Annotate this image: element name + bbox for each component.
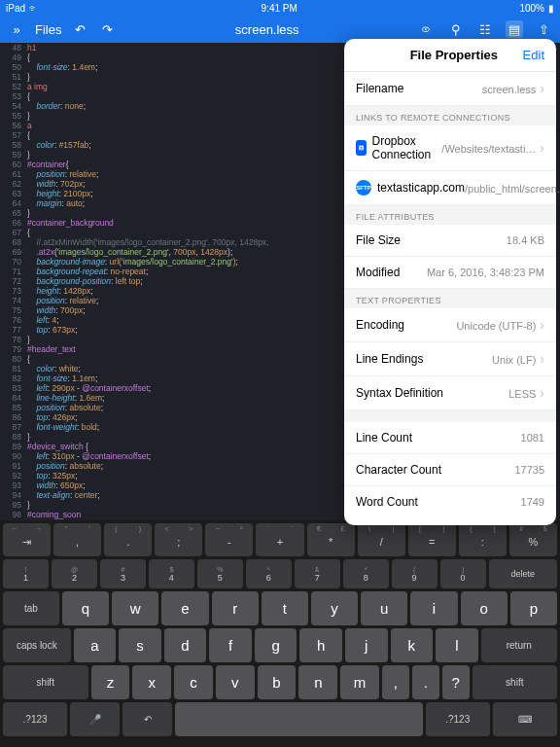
special-key[interactable]: []= [408, 523, 456, 556]
letter-key-x[interactable]: x [132, 665, 171, 699]
delete-key[interactable]: delete [489, 559, 557, 588]
letter-key-f[interactable]: f [209, 628, 252, 662]
num-key[interactable]: %5 [197, 559, 243, 588]
num-key[interactable]: .?123 [3, 702, 67, 736]
shift-key-right[interactable]: shift [472, 665, 558, 699]
letter-key-e[interactable]: e [161, 591, 208, 625]
chevron-right-icon: › [540, 81, 544, 96]
special-key[interactable]: "', [53, 523, 101, 556]
special-key[interactable]: ←→⇥ [3, 523, 51, 556]
letter-key-r[interactable]: r [212, 591, 259, 625]
hide-keyboard-key[interactable]: ⌨ [493, 702, 557, 736]
punct-key[interactable]: , [382, 665, 409, 699]
dropbox-connection-row[interactable]: ⧈Dropbox Connection /Websites/textasti…› [344, 125, 556, 171]
num-key[interactable]: $4 [149, 559, 194, 588]
keyboard: ←→⇥"',().<>;~^-´`+€£*\|/[]={}:#$% !1@2#3… [0, 520, 560, 747]
special-key[interactable]: ~^- [205, 523, 253, 556]
letter-key-q[interactable]: q [62, 591, 109, 625]
syntax-row[interactable]: Syntax DefinitionLESS› [344, 376, 556, 410]
edit-button[interactable]: Edit [523, 48, 544, 62]
caps-key[interactable]: caps lock [3, 628, 71, 662]
share-icon[interactable]: ⇧ [535, 20, 552, 38]
glasses-icon[interactable]: ᯣ [418, 20, 436, 38]
chevron-right-icon: › [540, 317, 544, 333]
dropbox-icon: ⧈ [356, 140, 367, 156]
letter-key-c[interactable]: c [174, 665, 213, 699]
num-key[interactable]: @2 [52, 559, 97, 588]
letter-key-g[interactable]: g [255, 628, 298, 662]
punct-key[interactable]: ? [442, 665, 470, 699]
search-icon[interactable]: ⚲ [447, 20, 465, 38]
files-button[interactable]: Files [35, 22, 61, 37]
device-label: iPad [6, 3, 25, 14]
text-props-header: TEXT PROPERTIES [344, 289, 556, 308]
letter-key-u[interactable]: u [361, 591, 407, 625]
num-key-right[interactable]: .?123 [426, 702, 490, 736]
special-key[interactable]: (). [104, 523, 152, 556]
filename-row[interactable]: Filename screen.less› [344, 72, 556, 106]
file-properties-panel: File Properties Edit Filename screen.les… [344, 39, 556, 525]
num-key[interactable]: &7 [295, 559, 340, 588]
word-count-row: Word Count1749 [344, 486, 556, 517]
line-endings-row[interactable]: Line EndingsUnix (LF)› [344, 342, 556, 376]
chevron-right-icon: › [540, 140, 544, 156]
punct-key[interactable]: . [412, 665, 439, 699]
letter-key-b[interactable]: b [258, 665, 297, 699]
panel-title: File Properties [385, 48, 523, 62]
letter-key-h[interactable]: h [299, 628, 342, 662]
letter-key-o[interactable]: o [461, 591, 508, 625]
tab-key[interactable]: tab [3, 591, 59, 625]
status-bar: iPadᯤ 9:41 PM 100%▮ [0, 0, 560, 16]
special-key[interactable]: ´`+ [256, 523, 303, 556]
letter-key-s[interactable]: s [119, 628, 161, 662]
num-key[interactable]: (9 [392, 559, 438, 588]
num-key[interactable]: !1 [3, 559, 49, 588]
letter-key-k[interactable]: k [391, 628, 434, 662]
letter-key-y[interactable]: y [311, 591, 358, 625]
filesize-row: File Size18.4 KB [344, 225, 556, 257]
num-key[interactable]: *8 [343, 559, 389, 588]
special-key[interactable]: {}: [459, 523, 507, 556]
special-key[interactable]: #$% [509, 523, 557, 556]
shift-key[interactable]: shift [3, 665, 88, 699]
letter-key-w[interactable]: w [112, 591, 158, 625]
redo-icon[interactable]: ↷ [98, 20, 116, 38]
special-key[interactable]: \|/ [358, 523, 405, 556]
sftp-connection-row[interactable]: SFTPtextasticapp.com /public_html/screen… [344, 171, 556, 205]
space-key[interactable] [175, 702, 423, 736]
num-key[interactable]: ^6 [246, 559, 292, 588]
structure-icon[interactable]: ☷ [476, 20, 494, 38]
chevron-right-icon: › [540, 351, 544, 367]
chevron-right-icon: › [540, 385, 544, 401]
undo-key[interactable]: ↶ [122, 702, 172, 736]
char-count-row: Character Count17735 [344, 454, 556, 486]
document-title: screen.less [125, 22, 408, 37]
letter-key-l[interactable]: l [436, 628, 478, 662]
letter-key-j[interactable]: j [345, 628, 388, 662]
status-time: 9:41 PM [262, 3, 298, 14]
battery-label: 100% [519, 3, 544, 14]
line-gutter: 4849505152535455565758596061626364656667… [0, 43, 25, 520]
sftp-icon: SFTP [356, 180, 371, 196]
modified-row: ModifiedMar 6, 2016, 3:48:23 PM [344, 257, 556, 289]
letter-key-a[interactable]: a [74, 628, 117, 662]
encoding-row[interactable]: EncodingUnicode (UTF-8)› [344, 308, 556, 342]
letter-key-d[interactable]: d [164, 628, 207, 662]
mic-key[interactable]: 🎤 [70, 702, 120, 736]
menu-icon[interactable]: » [8, 20, 25, 38]
num-key[interactable]: #3 [100, 559, 146, 588]
line-count-row: Line Count1081 [344, 422, 556, 454]
letter-key-m[interactable]: m [340, 665, 379, 699]
undo-icon[interactable]: ↶ [71, 20, 88, 38]
return-key[interactable]: return [481, 628, 557, 662]
num-key[interactable]: )0 [440, 559, 486, 588]
letter-key-n[interactable]: n [298, 665, 337, 699]
links-header: LINKS TO REMOTE CONNECTIONS [344, 106, 556, 125]
special-key[interactable]: <>; [155, 523, 202, 556]
special-key[interactable]: €£* [307, 523, 355, 556]
letter-key-z[interactable]: z [91, 665, 130, 699]
letter-key-p[interactable]: p [510, 591, 557, 625]
letter-key-t[interactable]: t [262, 591, 308, 625]
letter-key-v[interactable]: v [216, 665, 255, 699]
letter-key-i[interactable]: i [410, 591, 457, 625]
